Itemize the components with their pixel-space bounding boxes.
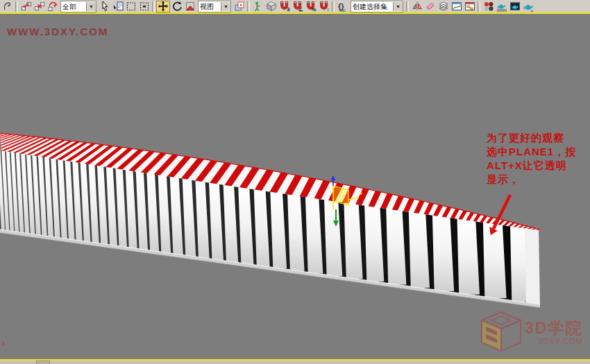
keyboard-shortcut-override-icon[interactable] <box>264 1 278 12</box>
svg-text:ABC: ABC <box>339 9 346 12</box>
curve-editor-icon[interactable] <box>450 1 463 12</box>
perspective-viewport[interactable]: WWW.3DXY.COM 为了更好的观察 选中PLANE1，按 ALT+X让它透… <box>0 14 590 359</box>
select-object-icon[interactable] <box>98 1 111 12</box>
schematic-view-icon[interactable] <box>463 1 476 12</box>
watermark-text: WWW.3DXY.COM <box>7 26 109 37</box>
angle-snap-icon[interactable]: ∠ <box>291 1 304 12</box>
mirror-icon[interactable] <box>410 1 423 12</box>
spinner-snap-icon[interactable]: ↕ <box>317 1 330 12</box>
unlink-selection-icon[interactable] <box>33 1 46 12</box>
annotation-line: ALT+X让它透明 <box>487 159 584 173</box>
toolbar-separator <box>406 1 409 12</box>
layer-manager-icon[interactable] <box>437 1 450 12</box>
reference-coordinate-dropdown-value: 视图 <box>199 2 221 11</box>
axis-x-label: x <box>2 340 6 347</box>
selection-filter-dropdown-value: 全部 <box>61 2 86 11</box>
named-selection-set-dropdown-value: 创建选择集 <box>351 2 393 11</box>
undo-scene-icon[interactable] <box>1 1 14 12</box>
named-selection-set-dropdown[interactable]: 创建选择集▼ <box>351 1 403 12</box>
render-setup-icon[interactable] <box>495 1 508 12</box>
select-and-manipulate-icon[interactable] <box>251 1 264 12</box>
status-sunken-box <box>36 361 50 364</box>
logo-cube-icon <box>480 311 522 354</box>
main-toolbar: 全部▼视图▼3∠%↕{}ABC创建选择集▼ <box>0 0 590 12</box>
select-and-link-icon[interactable] <box>19 1 33 12</box>
dropdown-caret-icon[interactable]: ▼ <box>221 2 230 11</box>
toolbar-separator <box>332 1 335 12</box>
toolbar-separator <box>152 1 155 12</box>
snap-toggle-icon[interactable]: 3 <box>278 1 291 12</box>
material-editor-icon[interactable] <box>482 1 495 12</box>
3dsmax-window: 全部▼视图▼3∠%↕{}ABC创建选择集▼ WWW.3DXY.COM 为了更好的… <box>0 0 590 364</box>
bind-to-spacewarp-icon[interactable] <box>46 1 59 12</box>
toolbar-separator <box>478 1 480 12</box>
dropdown-caret-icon[interactable]: ▼ <box>393 2 403 11</box>
status-strip: 0 / 100 <box>0 361 590 364</box>
select-and-scale-icon[interactable] <box>183 1 196 12</box>
align-icon[interactable] <box>423 1 437 12</box>
percent-snap-icon[interactable]: % <box>304 1 317 12</box>
rendered-frame-window-icon[interactable] <box>508 1 521 12</box>
toolbar-separator <box>247 1 250 12</box>
dropdown-caret-icon[interactable]: ▼ <box>86 2 96 11</box>
render-icon[interactable] <box>521 1 534 12</box>
toolbar-separator <box>15 1 18 12</box>
select-by-name-icon[interactable] <box>111 1 124 12</box>
selection-filter-dropdown[interactable]: 全部▼ <box>60 1 96 12</box>
svg-text:%: % <box>311 6 316 12</box>
rectangular-selection-region-icon[interactable] <box>124 1 137 12</box>
logo-title: 3D学院 <box>525 319 582 337</box>
annotation-line: 选中PLANE1，按 <box>487 145 584 159</box>
svg-text:3: 3 <box>287 6 289 12</box>
brand-watermark: 3D学院 3DXY.COM <box>480 311 582 354</box>
reference-coordinate-dropdown[interactable]: 视图▼ <box>198 1 231 12</box>
annotation-text: 为了更好的观察 选中PLANE1，按 ALT+X让它透明 显示， <box>487 131 584 187</box>
edit-named-selection-sets-icon[interactable]: {}ABC <box>336 1 349 12</box>
scene-canvas[interactable] <box>0 14 590 359</box>
annotation-line: 为了更好的观察 <box>487 131 584 145</box>
window-crossing-toggle-icon[interactable] <box>137 1 151 12</box>
svg-text:↕: ↕ <box>326 6 329 12</box>
select-and-rotate-icon[interactable] <box>170 1 183 12</box>
use-pivot-point-center-icon[interactable] <box>233 1 246 12</box>
annotation-line: 显示， <box>487 173 584 187</box>
select-and-move-icon[interactable] <box>156 1 170 12</box>
svg-text:∠: ∠ <box>298 6 303 12</box>
logo-subtitle: 3DXY.COM <box>525 337 582 346</box>
